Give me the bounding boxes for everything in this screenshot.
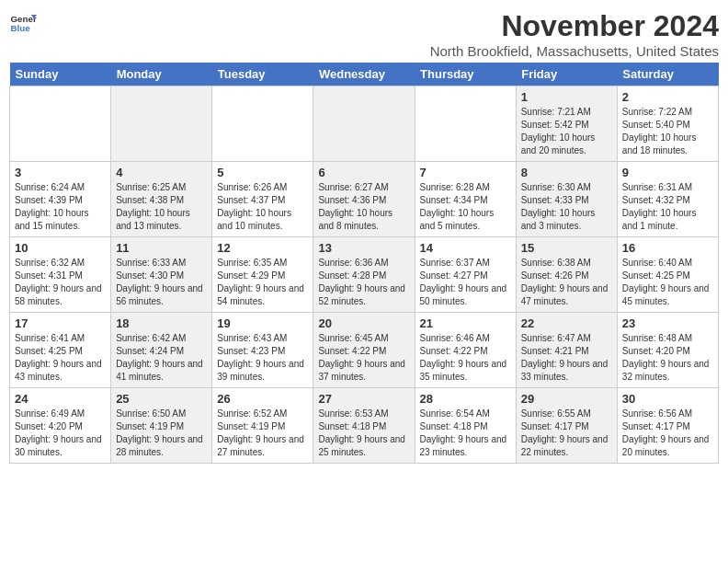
day-number: 4 [116,166,207,179]
day-info: Sunrise: 6:42 AM Sunset: 4:24 PM Dayligh… [116,332,207,384]
day-number: 15 [521,241,612,255]
calendar-header-wednesday: Wednesday [313,63,415,86]
calendar-header-tuesday: Tuesday [212,63,313,86]
calendar-header-monday: Monday [111,63,212,86]
calendar-empty-cell [313,86,415,162]
title-area: November 2024 North Brookfield, Massachu… [430,9,719,59]
calendar-day-9: 9Sunrise: 6:31 AM Sunset: 4:32 PM Daylig… [617,162,718,237]
day-number: 20 [318,316,409,330]
day-info: Sunrise: 6:35 AM Sunset: 4:29 PM Dayligh… [217,257,308,308]
day-number: 3 [15,166,106,179]
day-number: 27 [318,392,409,406]
logo: General Blue [9,9,37,37]
calendar-day-21: 21Sunrise: 6:46 AM Sunset: 4:22 PM Dayli… [415,313,516,388]
calendar-week-row: 24Sunrise: 6:49 AM Sunset: 4:20 PM Dayli… [10,388,719,464]
day-number: 13 [318,241,409,255]
calendar-empty-cell [111,86,212,162]
calendar-day-6: 6Sunrise: 6:27 AM Sunset: 4:36 PM Daylig… [313,162,415,237]
day-number: 5 [217,166,308,179]
calendar-day-25: 25Sunrise: 6:50 AM Sunset: 4:19 PM Dayli… [111,388,212,464]
day-number: 6 [318,166,409,179]
day-info: Sunrise: 6:56 AM Sunset: 4:17 PM Dayligh… [622,408,713,459]
calendar-day-30: 30Sunrise: 6:56 AM Sunset: 4:17 PM Dayli… [617,388,718,464]
calendar-header-sunday: Sunday [10,63,111,86]
day-number: 17 [15,316,106,330]
day-info: Sunrise: 6:26 AM Sunset: 4:37 PM Dayligh… [217,181,308,233]
page-header: General Blue November 2024 North Brookfi… [9,9,719,59]
day-info: Sunrise: 6:24 AM Sunset: 4:39 PM Dayligh… [15,181,106,233]
calendar-header-row: SundayMondayTuesdayWednesdayThursdayFrid… [10,63,719,86]
day-number: 21 [420,316,511,330]
day-info: Sunrise: 6:25 AM Sunset: 4:38 PM Dayligh… [116,181,207,233]
day-number: 23 [622,316,713,330]
day-number: 9 [622,166,713,179]
day-info: Sunrise: 6:46 AM Sunset: 4:22 PM Dayligh… [420,332,511,384]
day-number: 22 [521,316,612,330]
day-info: Sunrise: 6:54 AM Sunset: 4:18 PM Dayligh… [420,408,511,459]
day-info: Sunrise: 6:30 AM Sunset: 4:33 PM Dayligh… [521,181,612,233]
logo-icon: General Blue [9,9,37,37]
day-number: 7 [420,166,511,179]
calendar-day-3: 3Sunrise: 6:24 AM Sunset: 4:39 PM Daylig… [10,162,111,237]
calendar-day-5: 5Sunrise: 6:26 AM Sunset: 4:37 PM Daylig… [212,162,313,237]
calendar-day-29: 29Sunrise: 6:55 AM Sunset: 4:17 PM Dayli… [516,388,617,464]
calendar-empty-cell [415,86,516,162]
calendar-day-12: 12Sunrise: 6:35 AM Sunset: 4:29 PM Dayli… [212,237,313,313]
day-number: 8 [521,166,612,179]
calendar-empty-cell [10,86,111,162]
day-info: Sunrise: 6:55 AM Sunset: 4:17 PM Dayligh… [521,408,612,459]
day-info: Sunrise: 6:27 AM Sunset: 4:36 PM Dayligh… [318,181,409,233]
calendar-day-17: 17Sunrise: 6:41 AM Sunset: 4:25 PM Dayli… [10,313,111,388]
day-info: Sunrise: 6:50 AM Sunset: 4:19 PM Dayligh… [116,408,207,459]
day-number: 11 [116,241,207,255]
day-number: 29 [521,392,612,406]
day-info: Sunrise: 7:21 AM Sunset: 5:42 PM Dayligh… [521,106,612,157]
day-info: Sunrise: 6:53 AM Sunset: 4:18 PM Dayligh… [318,408,409,459]
calendar-day-16: 16Sunrise: 6:40 AM Sunset: 4:25 PM Dayli… [617,237,718,313]
day-number: 24 [15,392,106,406]
day-info: Sunrise: 6:43 AM Sunset: 4:23 PM Dayligh… [217,332,308,384]
calendar-day-19: 19Sunrise: 6:43 AM Sunset: 4:23 PM Dayli… [212,313,313,388]
day-info: Sunrise: 6:47 AM Sunset: 4:21 PM Dayligh… [521,332,612,384]
day-number: 25 [116,392,207,406]
calendar-day-20: 20Sunrise: 6:45 AM Sunset: 4:22 PM Dayli… [313,313,415,388]
calendar-day-27: 27Sunrise: 6:53 AM Sunset: 4:18 PM Dayli… [313,388,415,464]
calendar-day-7: 7Sunrise: 6:28 AM Sunset: 4:34 PM Daylig… [415,162,516,237]
day-number: 26 [217,392,308,406]
calendar-day-8: 8Sunrise: 6:30 AM Sunset: 4:33 PM Daylig… [516,162,617,237]
calendar-day-15: 15Sunrise: 6:38 AM Sunset: 4:26 PM Dayli… [516,237,617,313]
calendar-day-1: 1Sunrise: 7:21 AM Sunset: 5:42 PM Daylig… [516,86,617,162]
day-number: 28 [420,392,511,406]
calendar-week-row: 17Sunrise: 6:41 AM Sunset: 4:25 PM Dayli… [10,313,719,388]
day-info: Sunrise: 6:38 AM Sunset: 4:26 PM Dayligh… [521,257,612,308]
day-number: 1 [521,90,612,104]
day-info: Sunrise: 6:28 AM Sunset: 4:34 PM Dayligh… [420,181,511,233]
calendar-day-2: 2Sunrise: 7:22 AM Sunset: 5:40 PM Daylig… [617,86,718,162]
day-info: Sunrise: 6:48 AM Sunset: 4:20 PM Dayligh… [622,332,713,384]
calendar-day-14: 14Sunrise: 6:37 AM Sunset: 4:27 PM Dayli… [415,237,516,313]
day-info: Sunrise: 7:22 AM Sunset: 5:40 PM Dayligh… [622,106,713,157]
day-info: Sunrise: 6:32 AM Sunset: 4:31 PM Dayligh… [15,257,106,308]
day-number: 19 [217,316,308,330]
location-subtitle: North Brookfield, Massachusetts, United … [430,43,719,59]
day-info: Sunrise: 6:52 AM Sunset: 4:19 PM Dayligh… [217,408,308,459]
day-number: 30 [622,392,713,406]
calendar-table: SundayMondayTuesdayWednesdayThursdayFrid… [9,63,719,464]
day-info: Sunrise: 6:49 AM Sunset: 4:20 PM Dayligh… [15,408,106,459]
day-info: Sunrise: 6:36 AM Sunset: 4:28 PM Dayligh… [318,257,409,308]
calendar-day-23: 23Sunrise: 6:48 AM Sunset: 4:20 PM Dayli… [617,313,718,388]
day-info: Sunrise: 6:37 AM Sunset: 4:27 PM Dayligh… [420,257,511,308]
day-number: 18 [116,316,207,330]
calendar-header-friday: Friday [516,63,617,86]
svg-text:Blue: Blue [11,23,31,33]
day-info: Sunrise: 6:40 AM Sunset: 4:25 PM Dayligh… [622,257,713,308]
day-info: Sunrise: 6:33 AM Sunset: 4:30 PM Dayligh… [116,257,207,308]
calendar-header-thursday: Thursday [415,63,516,86]
calendar-week-row: 1Sunrise: 7:21 AM Sunset: 5:42 PM Daylig… [10,86,719,162]
calendar-day-28: 28Sunrise: 6:54 AM Sunset: 4:18 PM Dayli… [415,388,516,464]
day-info: Sunrise: 6:41 AM Sunset: 4:25 PM Dayligh… [15,332,106,384]
day-number: 2 [622,90,713,104]
calendar-day-13: 13Sunrise: 6:36 AM Sunset: 4:28 PM Dayli… [313,237,415,313]
day-number: 16 [622,241,713,255]
day-number: 12 [217,241,308,255]
